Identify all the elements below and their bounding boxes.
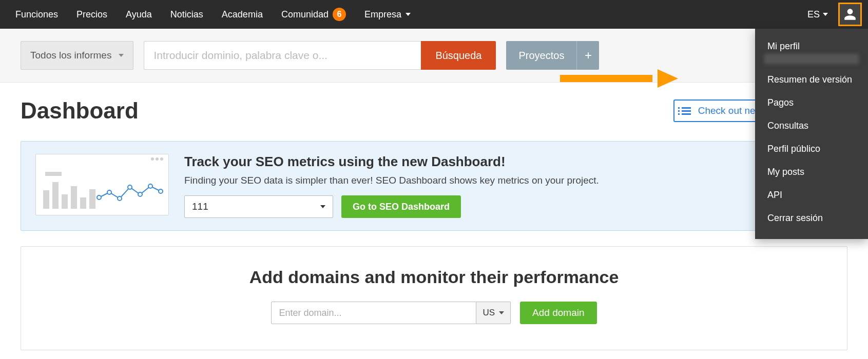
language-switcher[interactable]: ES	[800, 9, 835, 20]
chevron-down-icon	[499, 311, 504, 314]
go-to-dashboard-button[interactable]: Go to SEO Dashboard	[341, 195, 461, 218]
svg-point-5	[148, 184, 152, 188]
add-domain-card: Add domains and monitor their performanc…	[21, 246, 847, 350]
svg-point-4	[138, 192, 142, 196]
dd-pagos[interactable]: Pagos	[755, 91, 868, 114]
nav-noticias[interactable]: Noticias	[161, 0, 213, 29]
add-domain-heading: Add domains and monitor their performanc…	[35, 267, 833, 287]
dd-perfil-publico[interactable]: Perfil público	[755, 137, 868, 161]
caret-down-icon	[406, 13, 411, 16]
nav-empresa[interactable]: Empresa	[355, 0, 420, 29]
list-icon	[682, 107, 691, 115]
domain-input[interactable]	[271, 302, 476, 324]
main-content: Dashboard Check out new SEO Dashboard Tr…	[0, 83, 868, 359]
search-bar-row: Todos los informes Búsqueda Proyectos +	[0, 29, 868, 83]
region-dropdown[interactable]: US	[476, 302, 511, 324]
svg-point-6	[159, 189, 163, 193]
promo-illustration	[35, 154, 169, 215]
dd-mi-perfil[interactable]: Mi perfil	[755, 35, 868, 54]
reports-dropdown[interactable]: Todos los informes	[21, 41, 133, 70]
plus-icon: +	[585, 48, 592, 63]
nav-academia[interactable]: Academia	[213, 0, 272, 29]
chevron-down-icon	[320, 205, 325, 208]
community-badge: 6	[333, 8, 346, 21]
projects-button[interactable]: Proyectos	[506, 41, 576, 70]
promo-heading: Track your SEO metrics using the new Das…	[184, 154, 599, 170]
dd-resumen-version[interactable]: Resumen de versión	[755, 68, 868, 91]
dd-my-posts[interactable]: My posts	[755, 161, 868, 184]
promo-subtext: Finding your SEO data is simpler than ev…	[184, 175, 599, 186]
caret-down-icon	[823, 13, 828, 16]
page-title: Dashboard	[21, 98, 139, 124]
user-email-redacted	[764, 54, 859, 64]
user-icon	[843, 8, 857, 21]
project-select[interactable]: 111	[184, 195, 333, 218]
search-button[interactable]: Búsqueda	[421, 41, 496, 70]
user-avatar-button[interactable]	[838, 3, 862, 26]
svg-point-3	[128, 185, 132, 189]
svg-point-2	[118, 196, 122, 201]
dd-api[interactable]: API	[755, 184, 868, 207]
chevron-down-icon	[119, 54, 124, 57]
top-nav: Funciones Precios Ayuda Noticias Academi…	[0, 0, 868, 29]
nav-comunidad[interactable]: Comunidad 6	[272, 0, 355, 29]
search-input[interactable]	[144, 41, 421, 70]
user-dropdown: Mi perfil Resumen de versión Pagos Consu…	[755, 29, 868, 239]
add-domain-button[interactable]: Add domain	[520, 302, 596, 324]
add-project-button[interactable]: +	[576, 41, 599, 70]
nav-ayuda[interactable]: Ayuda	[117, 0, 161, 29]
nav-funciones[interactable]: Funciones	[6, 0, 67, 29]
dd-cerrar-sesion[interactable]: Cerrar sesión	[755, 207, 868, 230]
svg-point-1	[107, 190, 111, 194]
svg-point-0	[97, 195, 101, 200]
nav-precios[interactable]: Precios	[67, 0, 117, 29]
sparkline-icon	[97, 177, 163, 208]
seo-dashboard-promo: Track your SEO metrics using the new Das…	[21, 141, 847, 231]
dd-consultas[interactable]: Consultas	[755, 114, 868, 137]
